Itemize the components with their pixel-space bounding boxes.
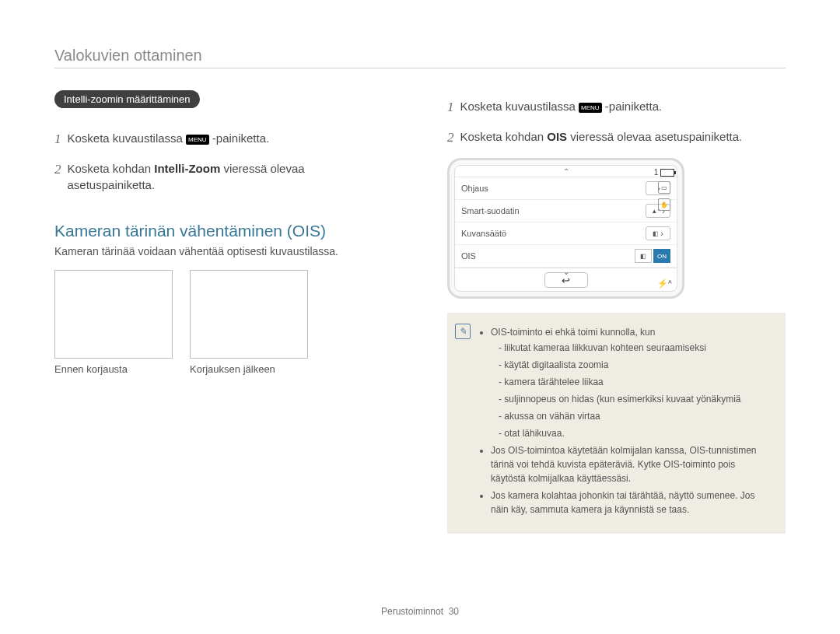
right-column: 1 Kosketa kuvaustilassa MENU -painiketta… <box>447 90 786 534</box>
step-text: Kosketa kohdan OIS vieressä olevaa asetu… <box>460 128 743 148</box>
camera-screen: ⌃ Ohjaus › Smart-suodatin ▲⁺› <box>447 158 684 299</box>
ois-heading: Kameran tärinän vähentäminen (OIS) <box>54 222 393 240</box>
before-image <box>54 270 173 359</box>
step-text: Kosketa kuvaustilassa MENU -painiketta. <box>460 98 663 117</box>
right-step-2: 2 Kosketa kohdan OIS vieressä olevaa ase… <box>447 128 786 148</box>
right-step-1: 1 Kosketa kuvaustilassa MENU -painiketta… <box>447 98 786 117</box>
step-number: 1 <box>54 130 61 149</box>
left-step-1: 1 Kosketa kuvaustilassa MENU -painiketta… <box>54 130 393 149</box>
shots-remaining: 1 <box>654 168 675 177</box>
menu-label: Smart-suodatin <box>461 206 520 215</box>
content-columns: Intelli-zoomin määrittäminen 1 Kosketa k… <box>54 90 786 534</box>
intelli-zoom-pill: Intelli-zoomin määrittäminen <box>54 90 200 108</box>
aspect-icon: ▭ <box>658 181 670 194</box>
battery-icon <box>660 169 674 177</box>
manual-page: Valokuvien ottaminen Intelli-zoomin määr… <box>0 0 840 634</box>
after-label: Korjauksen jälkeen <box>190 363 308 375</box>
scroll-up-indicator[interactable]: ⌃ <box>455 166 677 177</box>
note-box: ✎ OIS-toiminto ei ehkä toimi kunnolla, k… <box>447 313 786 534</box>
menu-icon: MENU <box>186 135 209 145</box>
after-image <box>190 270 308 359</box>
menu-row-smart-suodatin[interactable]: Smart-suodatin ▲⁺› <box>455 200 677 222</box>
flash-auto-icon: ⚡ᴬ <box>657 278 672 289</box>
menu-row-ohjaus[interactable]: Ohjaus › <box>455 177 677 200</box>
section-title: Valokuvien ottaminen <box>54 47 786 65</box>
step-number: 2 <box>447 128 454 148</box>
note-icon: ✎ <box>455 324 471 339</box>
menu-row-ois[interactable]: OIS ◧ ON <box>455 245 677 268</box>
after-block: Korjauksen jälkeen <box>190 270 308 375</box>
page-footer: Perustoiminnot 30 <box>0 606 840 617</box>
header-divider <box>54 68 786 68</box>
note-list: OIS-toiminto ei ehkä toimi kunnolla, kun… <box>480 325 772 517</box>
ois-icon: ✋ <box>658 198 670 211</box>
step-number: 1 <box>447 98 454 117</box>
menu-icon: MENU <box>579 103 602 113</box>
comparison-row: Ennen korjausta Korjauksen jälkeen <box>54 270 393 375</box>
before-label: Ennen korjausta <box>54 363 173 375</box>
step-text: Kosketa kohdan Intelli-Zoom vieressä ole… <box>68 160 394 194</box>
step-text: Kosketa kuvaustilassa MENU -painiketta. <box>68 130 270 149</box>
camera-menu: ⌃ Ohjaus › Smart-suodatin ▲⁺› <box>454 165 677 292</box>
screen-status-sidebar: 1 ▭ ✋ ⚡ᴬ <box>654 168 674 289</box>
menu-bottom-bar: ⌄ ↩ <box>455 268 677 291</box>
menu-row-kuvansaato[interactable]: Kuvansäätö ◧› <box>455 222 677 245</box>
menu-label: Kuvansäätö <box>461 229 506 238</box>
ois-subtext: Kameran tärinää voidaan vähentää optises… <box>54 245 393 257</box>
menu-label: OIS <box>461 251 476 261</box>
toggle-off[interactable]: ◧ <box>635 249 652 263</box>
menu-label: Ohjaus <box>461 184 488 193</box>
left-step-2: 2 Kosketa kohdan Intelli-Zoom vieressä o… <box>54 160 393 194</box>
left-column: Intelli-zoomin määrittäminen 1 Kosketa k… <box>54 90 393 534</box>
step-number: 2 <box>54 160 61 194</box>
before-block: Ennen korjausta <box>54 270 173 375</box>
